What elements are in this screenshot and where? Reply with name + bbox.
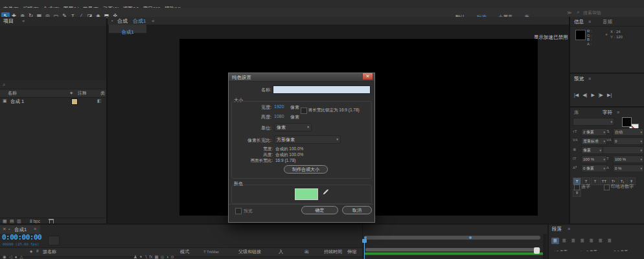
preview-checkbox[interactable] bbox=[235, 208, 242, 214]
cancel-button[interactable]: 取消 bbox=[342, 206, 372, 214]
paragraph-panel-menu-icon[interactable]: ≡ bbox=[568, 227, 570, 231]
hindi-digits-checkbox[interactable] bbox=[604, 185, 610, 190]
composition-panel-menu-icon[interactable]: ≡ bbox=[152, 19, 154, 23]
libraries-panel-tab[interactable]: 库 bbox=[574, 109, 579, 115]
lock-switch-icon[interactable]: △ bbox=[20, 254, 23, 259]
duration-column[interactable]: 持续时间 bbox=[324, 249, 342, 254]
indent-field[interactable]: →¶0 像素 bbox=[610, 244, 640, 251]
comp-mini-flowchart-button[interactable] bbox=[48, 236, 60, 245]
project-item-name[interactable]: 合成 1 bbox=[10, 98, 24, 104]
video-switch-icon[interactable]: ◉ bbox=[3, 254, 6, 259]
name-input[interactable] bbox=[273, 85, 371, 94]
make-comp-size-button[interactable]: 制作合成大小 bbox=[284, 165, 328, 174]
new-folder-icon[interactable]: ▤ bbox=[10, 219, 14, 223]
new-composition-icon[interactable]: ▥ bbox=[17, 219, 21, 223]
all-caps-button[interactable]: T bbox=[591, 177, 599, 185]
project-col-name[interactable]: 名称 bbox=[8, 91, 17, 96]
indent-field[interactable]: |←0 像素 bbox=[581, 244, 610, 251]
last-frame-button[interactable]: ▶| bbox=[607, 93, 612, 98]
units-dropdown[interactable]: 像素▾ bbox=[274, 123, 312, 131]
tracking-field[interactable]: 0▾ bbox=[613, 137, 644, 145]
next-frame-button[interactable]: |▶ bbox=[599, 93, 603, 98]
shy-switch-icon[interactable]: ♟ bbox=[133, 254, 137, 259]
work-area-bar[interactable] bbox=[365, 248, 540, 252]
active-comp-name[interactable]: 合成1 bbox=[133, 18, 146, 25]
composition-panel-label[interactable]: 合成 bbox=[117, 18, 128, 25]
height-value[interactable]: 1080 bbox=[274, 114, 284, 118]
label-column-icon[interactable]: ◆ bbox=[30, 250, 32, 254]
project-panel-menu-icon[interactable]: ≡ bbox=[22, 19, 25, 23]
trkmat-column[interactable]: T TrkMat bbox=[203, 250, 219, 254]
label-color-column-icon[interactable]: ◆ bbox=[70, 91, 73, 95]
in-column[interactable]: 入 bbox=[279, 249, 283, 254]
timeline-tab-close-icon[interactable]: ✕ bbox=[3, 227, 6, 231]
indent-field[interactable]: ↧≡0 像素 bbox=[610, 256, 640, 259]
comp-marker-bin-icon[interactable] bbox=[534, 247, 540, 254]
collapse-switch-icon[interactable]: ✦ bbox=[139, 254, 143, 259]
label-color-chip[interactable] bbox=[71, 98, 78, 105]
dialog-close-button[interactable]: ✕ bbox=[362, 73, 373, 80]
adjustment-layer-switch-icon[interactable]: ◑ bbox=[166, 254, 168, 259]
width-value[interactable]: 1920 bbox=[274, 104, 284, 109]
audio-switch-icon[interactable]: ◁ bbox=[9, 254, 12, 259]
quality-switch-icon[interactable]: ∖ bbox=[144, 254, 147, 259]
current-time-display[interactable]: 0:00:00:00 bbox=[2, 233, 41, 242]
indent-field[interactable]: ↥≡0 像素 bbox=[581, 256, 610, 259]
fill-color-swatch[interactable] bbox=[622, 117, 632, 127]
previous-frame-button[interactable]: ◀| bbox=[582, 93, 587, 98]
project-col-type[interactable]: 类 bbox=[100, 91, 105, 96]
timeline-panel-menu-icon[interactable]: ≡ bbox=[34, 227, 36, 231]
font-size-field[interactable]: 2 像素▾ bbox=[581, 128, 607, 136]
project-col-comment[interactable]: 注释 bbox=[78, 91, 87, 96]
info-panel-tab[interactable]: 信息 bbox=[574, 19, 584, 25]
ligatures-checkbox[interactable] bbox=[574, 185, 580, 190]
playhead-line[interactable] bbox=[364, 242, 365, 259]
project-panel-tab[interactable]: 项目 bbox=[3, 18, 14, 25]
project-search-icon[interactable]: ⌕ bbox=[3, 82, 5, 87]
audio-panel-tab[interactable]: 音频 bbox=[603, 19, 612, 25]
ok-button[interactable]: 确定 bbox=[301, 206, 338, 214]
preview-panel-tab[interactable]: 预览 bbox=[574, 76, 584, 82]
pixel-aspect-dropdown[interactable]: 方形像素▾ bbox=[274, 135, 341, 144]
character-panel-tab[interactable]: 字符 bbox=[603, 109, 612, 115]
workspace-overflow-icon[interactable]: ≫ bbox=[567, 10, 571, 15]
stroke-width-field[interactable]: 像素▾ bbox=[581, 146, 603, 154]
info-panel-menu-icon[interactable]: ≡ bbox=[588, 19, 591, 24]
stretch-column[interactable]: 伸缩 bbox=[347, 249, 356, 254]
layer-number-column-icon[interactable]: # bbox=[36, 249, 39, 254]
kerning-field[interactable]: 度量标准▾ bbox=[581, 137, 607, 145]
search-icon[interactable]: ⌕ bbox=[577, 10, 579, 15]
eyedropper-icon[interactable] bbox=[321, 188, 329, 197]
parent-link-column[interactable]: 父级和链接 bbox=[238, 249, 261, 254]
comp-viewer-tab[interactable]: 合成1 bbox=[109, 25, 146, 33]
first-frame-button[interactable]: |◀ bbox=[574, 93, 579, 98]
baseline-shift-field[interactable]: 0 像素▾ bbox=[581, 164, 607, 172]
character-panel-menu-icon[interactable]: ≡ bbox=[617, 110, 619, 115]
timeline-scrollbar[interactable] bbox=[543, 234, 547, 259]
preview-panel-menu-icon[interactable]: ≡ bbox=[588, 76, 591, 81]
3d-layer-switch-icon[interactable]: ⊙ bbox=[170, 254, 174, 259]
motion-blur-switch-icon[interactable]: ◎ bbox=[161, 254, 165, 259]
horizontal-scale-field[interactable]: 100 %▾ bbox=[613, 155, 644, 163]
navigator-end-handle[interactable] bbox=[469, 236, 472, 239]
timeline-tab-label[interactable]: 合成1 bbox=[14, 227, 27, 232]
font-family-dropdown[interactable]: ▾ bbox=[573, 118, 614, 126]
stroke-style-dropdown[interactable]: ▾ bbox=[603, 146, 644, 154]
solid-color-swatch[interactable] bbox=[295, 188, 318, 200]
time-navigator-bar[interactable] bbox=[364, 236, 540, 240]
leading-field[interactable]: 自动▾ bbox=[613, 128, 644, 136]
effects-switch-icon[interactable]: fx bbox=[149, 254, 152, 259]
search-help-label[interactable]: 搜索帮助 bbox=[583, 10, 601, 16]
solo-switch-icon[interactable]: ● bbox=[15, 254, 17, 259]
indent-field[interactable]: ¶←0 像素 bbox=[551, 256, 581, 259]
indent-field[interactable]: →|0 像素 bbox=[551, 244, 581, 251]
tsume-field[interactable]: 0 %▾ bbox=[613, 164, 644, 172]
lock-aspect-checkbox[interactable] bbox=[301, 107, 307, 114]
interpret-footage-icon[interactable]: ▦ bbox=[3, 219, 7, 223]
frame-blend-switch-icon[interactable]: ▦ bbox=[154, 254, 158, 259]
paragraph-panel-tab[interactable]: 段落 bbox=[552, 226, 562, 232]
source-name-column[interactable]: 源名称 bbox=[43, 249, 56, 254]
mode-column[interactable]: 模式 bbox=[180, 249, 189, 254]
out-column[interactable]: 出 bbox=[305, 249, 309, 254]
vertical-scale-field[interactable]: 100 %▾ bbox=[581, 155, 607, 163]
